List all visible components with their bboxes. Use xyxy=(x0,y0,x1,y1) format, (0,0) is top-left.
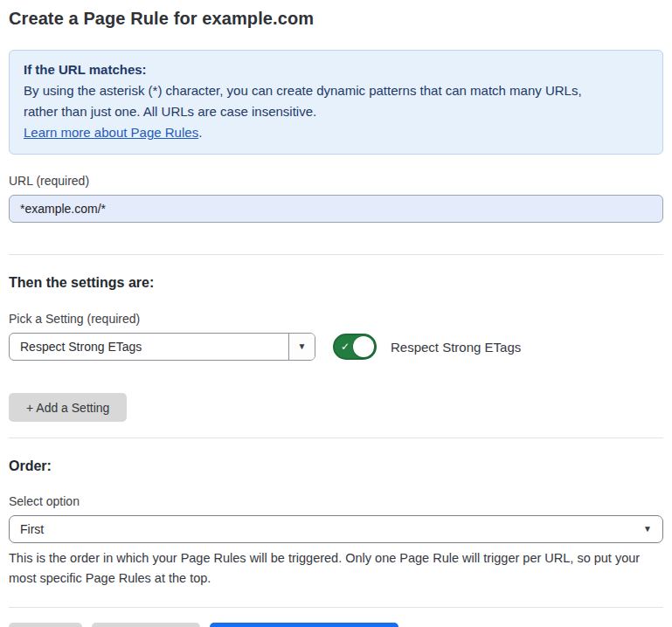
respect-strong-etags-toggle[interactable]: ✓ xyxy=(333,334,377,360)
select-option-label: Select option xyxy=(9,494,663,508)
link-suffix: . xyxy=(198,125,202,140)
order-section-heading: Order: xyxy=(9,458,663,474)
url-field-label: URL (required) xyxy=(9,174,663,188)
form-actions: Cancel Save as Draft Save and Deploy Pag… xyxy=(9,623,663,627)
add-setting-button[interactable]: + Add a Setting xyxy=(9,393,127,422)
setting-dropdown-arrow-button[interactable]: ▼ xyxy=(288,334,315,360)
create-page-rule-form: Create a Page Rule for example.com If th… xyxy=(0,0,672,627)
section-divider xyxy=(9,254,663,255)
check-icon: ✓ xyxy=(341,341,350,352)
order-select-value: First xyxy=(20,522,44,536)
setting-row: Respect Strong ETags ▼ ✓ Respect Strong … xyxy=(9,333,663,361)
setting-dropdown-value: Respect Strong ETags xyxy=(10,334,288,360)
cancel-button[interactable]: Cancel xyxy=(9,623,82,627)
toggle-label: Respect Strong ETags xyxy=(391,340,521,355)
setting-dropdown[interactable]: Respect Strong ETags ▼ xyxy=(9,333,315,361)
save-and-deploy-button[interactable]: Save and Deploy Page Rule xyxy=(210,623,398,627)
order-help-text: This is the order in which your Page Rul… xyxy=(9,548,663,589)
footer-divider xyxy=(9,607,663,608)
order-help-line1: This is the order in which your Page Rul… xyxy=(9,548,663,568)
toggle-knob xyxy=(353,336,374,357)
page-title: Create a Page Rule for example.com xyxy=(9,9,663,29)
info-box-heading: If the URL matches: xyxy=(24,59,648,80)
chevron-down-icon: ▼ xyxy=(643,525,652,534)
info-box-body-line2: rather than just one. All URLs are case … xyxy=(24,101,648,122)
save-as-draft-button[interactable]: Save as Draft xyxy=(92,623,201,627)
order-select[interactable]: First ▼ xyxy=(9,515,663,543)
url-input[interactable] xyxy=(9,195,663,223)
settings-section-heading: Then the settings are: xyxy=(9,275,663,291)
toggle-group: ✓ Respect Strong ETags xyxy=(333,334,521,360)
pick-setting-label: Pick a Setting (required) xyxy=(9,312,663,326)
section-divider xyxy=(9,438,663,438)
learn-more-link[interactable]: Learn more about Page Rules xyxy=(24,125,198,140)
chevron-down-icon: ▼ xyxy=(298,342,307,351)
url-match-info-box: If the URL matches: By using the asteris… xyxy=(9,50,663,155)
order-help-line2: most specific Page Rules at the top. xyxy=(9,568,663,589)
info-box-body-line1: By using the asterisk (*) character, you… xyxy=(24,80,648,101)
